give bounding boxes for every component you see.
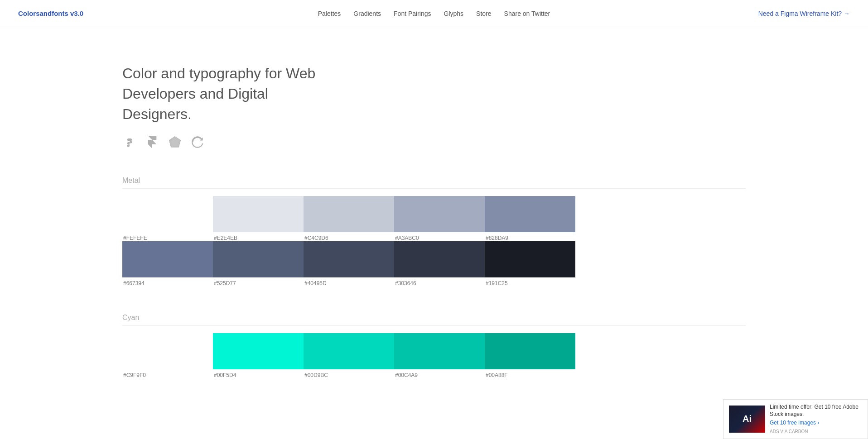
swatch-col: #525D77 xyxy=(213,241,304,286)
color-label: #40495D xyxy=(304,280,394,286)
color-swatch[interactable] xyxy=(485,333,575,369)
hero-tool-icons xyxy=(122,135,850,149)
color-label: #525D77 xyxy=(213,280,304,286)
color-label: #A3ABC0 xyxy=(394,235,485,241)
color-swatch[interactable] xyxy=(485,196,575,232)
color-swatch[interactable] xyxy=(394,333,485,369)
nav-links: PalettesGradientsFont PairingsGlyphsStor… xyxy=(318,10,550,18)
color-label: #828DA9 xyxy=(485,235,575,241)
color-swatch[interactable] xyxy=(394,196,485,232)
color-swatch[interactable] xyxy=(213,241,304,277)
palettes-container: Metal#FEFEFE#E2E4EB#C4C9D6#A3ABC0#828DA9… xyxy=(0,167,868,424)
swatch-col: #C9F9F0 xyxy=(122,333,213,378)
hero-headline: Color and typography for Web Developers … xyxy=(122,63,331,124)
ad-image: Ai xyxy=(729,406,765,433)
ad-banner: Ai Limited time offer: Get 10 free Adobe… xyxy=(723,399,868,439)
swatch-col: #828DA9 xyxy=(485,196,575,241)
ad-text: Limited time offer: Get 10 free Adobe St… xyxy=(770,403,862,435)
color-swatch[interactable] xyxy=(485,241,575,277)
color-label: #E2E4EB xyxy=(213,235,304,241)
color-swatch[interactable] xyxy=(304,333,394,369)
palette-title-metal: Metal xyxy=(122,177,746,189)
nav-cta[interactable]: Need a Figma Wireframe Kit? → xyxy=(758,10,850,17)
navbar: Colorsandfonts v3.0 PalettesGradientsFon… xyxy=(0,0,868,27)
figma-icon[interactable] xyxy=(122,135,137,149)
nav-link-gradients[interactable]: Gradients xyxy=(353,10,381,17)
color-label: #C4C9D6 xyxy=(304,235,394,241)
color-label: #00F5D4 xyxy=(213,372,304,378)
color-label: #303646 xyxy=(394,280,485,286)
color-swatch[interactable] xyxy=(213,333,304,369)
palette-top-row-cyan: #C9F9F0#00F5D4#00D9BC#00C4A9#00A88F xyxy=(122,333,746,378)
color-label: #C9F9F0 xyxy=(122,372,213,378)
swatch-col: #667394 xyxy=(122,241,213,286)
ad-cta[interactable]: Get 10 free images › xyxy=(770,419,862,427)
swatch-col: #00D9BC xyxy=(304,333,394,378)
swatch-col: #C4C9D6 xyxy=(304,196,394,241)
color-swatch[interactable] xyxy=(304,196,394,232)
nav-link-share-on-twitter[interactable]: Share on Twitter xyxy=(504,10,550,17)
palette-metal: Metal#FEFEFE#E2E4EB#C4C9D6#A3ABC0#828DA9… xyxy=(122,177,746,286)
palette-cyan: Cyan#C9F9F0#00F5D4#00D9BC#00C4A9#00A88F xyxy=(122,314,746,378)
ad-headline: Limited time offer: Get 10 free Adobe St… xyxy=(770,404,858,418)
swatch-col: #00F5D4 xyxy=(213,333,304,378)
palette-top-row-metal: #FEFEFE#E2E4EB#C4C9D6#A3ABC0#828DA9 xyxy=(122,196,746,241)
color-label: #667394 xyxy=(122,280,213,286)
swatch-col: #E2E4EB xyxy=(213,196,304,241)
framer-icon[interactable] xyxy=(145,135,159,149)
palette-bottom-row-metal: #667394#525D77#40495D#303646#191C25 xyxy=(122,241,746,286)
ad-via: ADS VIA CARBON xyxy=(770,429,862,435)
nav-link-store[interactable]: Store xyxy=(476,10,491,17)
site-logo[interactable]: Colorsandfonts v3.0 xyxy=(18,10,83,17)
swatch-col: #A3ABC0 xyxy=(394,196,485,241)
color-label: #00D9BC xyxy=(304,372,394,378)
color-label: #191C25 xyxy=(485,280,575,286)
palette-title-cyan: Cyan xyxy=(122,314,746,326)
swatch-col: #191C25 xyxy=(485,241,575,286)
hero-section: Color and typography for Web Developers … xyxy=(0,27,868,167)
color-label: #FEFEFE xyxy=(122,235,213,241)
color-swatch[interactable] xyxy=(122,241,213,277)
refresh-icon[interactable] xyxy=(190,135,205,149)
swatch-col: #00A88F xyxy=(485,333,575,378)
nav-link-font-pairings[interactable]: Font Pairings xyxy=(394,10,431,17)
swatch-col: #40495D xyxy=(304,241,394,286)
color-swatch[interactable] xyxy=(213,196,304,232)
color-swatch[interactable] xyxy=(304,241,394,277)
color-label: #00C4A9 xyxy=(394,372,485,378)
swatch-col: #303646 xyxy=(394,241,485,286)
color-label: #00A88F xyxy=(485,372,575,378)
color-swatch[interactable] xyxy=(394,241,485,277)
adobe-logo: Ai xyxy=(743,414,752,424)
sketch-icon[interactable] xyxy=(168,135,182,149)
nav-link-palettes[interactable]: Palettes xyxy=(318,10,341,17)
swatch-col: #FEFEFE xyxy=(122,196,213,241)
swatch-col: #00C4A9 xyxy=(394,333,485,378)
nav-link-glyphs[interactable]: Glyphs xyxy=(444,10,464,17)
